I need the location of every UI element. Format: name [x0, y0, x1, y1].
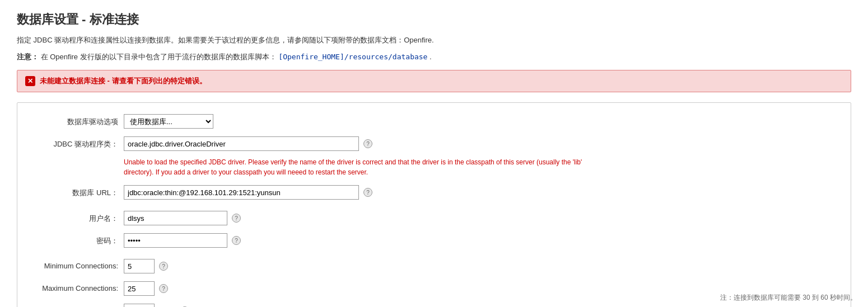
form-container: 数据库驱动选项 使用数据库... MySQL PostgreSQL Oracle… [17, 102, 851, 307]
jdbc-input-area: ? Unable to load the specified JDBC driv… [124, 136, 834, 177]
error-icon: ✕ [25, 76, 35, 86]
driver-input-area: 使用数据库... MySQL PostgreSQL Oracle Microso… [124, 114, 834, 129]
min-conn-help-icon[interactable]: ? [159, 262, 168, 271]
url-input[interactable] [124, 185, 359, 200]
username-input-area: ? [124, 211, 834, 225]
jdbc-help-icon[interactable]: ? [363, 139, 372, 148]
username-help-icon[interactable]: ? [232, 214, 241, 223]
description-text: 指定 JDBC 驱动程序和连接属性以连接到数据库。如果需要关于该过程的更多信息，… [17, 35, 851, 46]
jdbc-label: JDBC 驱动程序类： [34, 136, 124, 149]
timeout-input-area: Days ? [124, 304, 834, 307]
min-conn-input[interactable] [124, 259, 155, 273]
timeout-unit: Days [159, 304, 176, 307]
username-label: 用户名： [34, 211, 124, 224]
url-help-icon[interactable]: ? [363, 188, 372, 197]
note-text: 注意： 在 Openfire 发行版的以下目录中包含了用于流行的数据库的数据库脚… [17, 51, 851, 63]
error-banner-text: 未能建立数据库连接 - 请查看下面列出的特定错误。 [40, 76, 207, 86]
username-row: 用户名： ? [34, 211, 834, 225]
username-input[interactable] [124, 211, 227, 225]
note-path: [Openfire_HOME]/resources/database [278, 53, 427, 61]
error-banner: ✕ 未能建立数据库连接 - 请查看下面列出的特定错误。 [17, 70, 851, 92]
password-label: 密码： [34, 233, 124, 246]
password-input[interactable] [124, 233, 227, 248]
timeout-row: 连接超时： Days ? [34, 304, 834, 307]
min-conn-row: Minimum Connections: ? [34, 259, 834, 273]
url-input-area: ? [124, 185, 834, 200]
timeout-label: 连接超时： [34, 304, 124, 307]
timeout-input[interactable] [124, 304, 155, 307]
password-input-area: ? [124, 233, 834, 248]
jdbc-error-message: Unable to load the specified JDBC driver… [124, 155, 583, 177]
bottom-note: 注：连接到数据库可能需要 30 到 60 秒时间。 [720, 293, 857, 303]
password-row: 密码： ? [34, 233, 834, 248]
url-row: 数据库 URL： ? [34, 185, 834, 200]
page-title: 数据库设置 - 标准连接 [17, 11, 851, 28]
password-help-icon[interactable]: ? [232, 236, 241, 245]
min-conn-input-area: ? [124, 259, 834, 273]
driver-select[interactable]: 使用数据库... MySQL PostgreSQL Oracle Microso… [124, 114, 213, 129]
url-label: 数据库 URL： [34, 185, 124, 198]
max-conn-help-icon[interactable]: ? [159, 284, 168, 293]
jdbc-driver-row: JDBC 驱动程序类： ? Unable to load the specifi… [34, 136, 834, 177]
max-conn-input[interactable] [124, 281, 155, 296]
max-conn-row: Maximum Connections: ? [34, 281, 834, 296]
max-conn-label: Maximum Connections: [34, 281, 124, 292]
page-wrapper: 数据库设置 - 标准连接 指定 JDBC 驱动程序和连接属性以连接到数据库。如果… [0, 0, 868, 307]
min-conn-label: Minimum Connections: [34, 259, 124, 270]
jdbc-input[interactable] [124, 136, 359, 151]
driver-row: 数据库驱动选项 使用数据库... MySQL PostgreSQL Oracle… [34, 114, 834, 129]
driver-label: 数据库驱动选项 [34, 114, 124, 127]
